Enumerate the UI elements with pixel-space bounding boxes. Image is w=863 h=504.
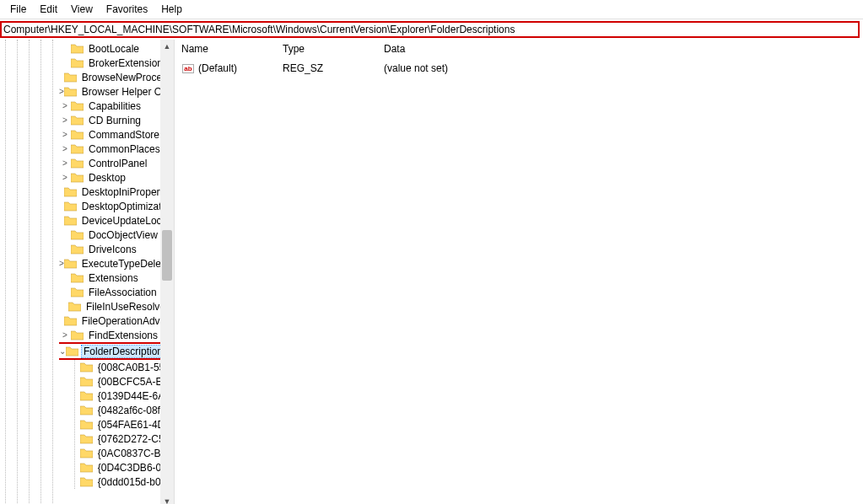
chevron-right-icon[interactable]: >: [59, 130, 71, 139]
tree-item[interactable]: >BrowseNewProcess: [59, 70, 174, 84]
value-row[interactable]: ab(Default)REG_SZ(value not set): [181, 59, 856, 74]
folder-icon: [71, 101, 84, 111]
menu-help[interactable]: Help: [154, 2, 189, 17]
chevron-right-icon[interactable]: >: [59, 158, 71, 168]
folder-icon: [80, 377, 93, 387]
tree-item-label: BrokerExtensions: [87, 57, 170, 69]
tree-item[interactable]: >CommandStore: [59, 127, 174, 142]
chevron-right-icon[interactable]: >: [59, 115, 71, 125]
values-header[interactable]: Name Type Data: [181, 43, 856, 59]
tree-item[interactable]: >CommonPlaces: [59, 142, 174, 156]
tree-item-label: FileInUseResolver: [84, 301, 170, 313]
tree-item-label: Extensions: [87, 272, 140, 284]
tree-item[interactable]: >{0AC0837C-BBF8-: [75, 446, 174, 460]
folder-icon: [64, 201, 77, 212]
folder-icon: [71, 330, 84, 340]
folder-icon: [64, 216, 77, 226]
folder-icon: [71, 230, 84, 240]
scroll-up-icon[interactable]: ▲: [160, 40, 174, 53]
col-data[interactable]: Data: [384, 43, 856, 55]
menu-view[interactable]: View: [64, 2, 100, 17]
tree-item[interactable]: ⌄FolderDescriptions: [59, 344, 155, 358]
folder-icon: [71, 158, 84, 169]
tree-item[interactable]: >DesktopIniPropertyM: [59, 185, 174, 199]
chevron-right-icon[interactable]: >: [59, 330, 71, 340]
tree-item-label: DocObjectView: [87, 229, 159, 241]
tree-item[interactable]: >{0482af6c-08f1-4c: [75, 403, 174, 417]
tree-item-label: ControlPanel: [87, 158, 148, 169]
folder-icon: [68, 302, 81, 312]
tree-item[interactable]: >BootLocale: [59, 41, 174, 56]
tree-item-label: CommandStore: [87, 129, 161, 141]
tree-item[interactable]: >DriveIcons: [59, 242, 174, 256]
folder-icon: [80, 463, 93, 473]
tree-item[interactable]: >FileOperationAdvise: [59, 314, 174, 328]
folder-icon: [80, 405, 93, 416]
tree-item[interactable]: >{054FAE61-4DD8-: [75, 417, 174, 432]
tree-item-label: BootLocale: [87, 43, 141, 55]
address-bar-highlight: Computer\HKEY_LOCAL_MACHINE\SOFTWARE\Mic…: [0, 21, 860, 38]
tree-scrollbar[interactable]: ▲ ▼: [160, 40, 174, 504]
tree-children: >{008CA0B1-55B4->{00BCFC5A-ED94>{0139D44…: [74, 360, 174, 489]
tree-item[interactable]: >Capabilities: [59, 99, 174, 113]
tree-item[interactable]: >{00BCFC5A-ED94: [75, 374, 174, 389]
tree-item[interactable]: >{0139D44E-6AFE-: [75, 389, 174, 403]
value-type: REG_SZ: [283, 62, 384, 74]
folder-icon: [80, 420, 93, 430]
tree-item[interactable]: >Desktop: [59, 170, 174, 185]
folder-icon: [64, 72, 77, 83]
tree-item[interactable]: >ExecuteTypeDelegate: [59, 256, 174, 271]
chevron-right-icon[interactable]: >: [59, 144, 71, 153]
col-type[interactable]: Type: [283, 43, 384, 55]
tree-item[interactable]: >FileInUseResolver: [59, 299, 174, 314]
string-value-icon: ab: [181, 62, 195, 74]
tree-item[interactable]: >Extensions: [59, 271, 174, 285]
tree-item[interactable]: >DeviceUpdateLocatio: [59, 213, 174, 228]
tree-item[interactable]: >{008CA0B1-55B4-: [75, 360, 174, 374]
address-bar[interactable]: Computer\HKEY_LOCAL_MACHINE\SOFTWARE\Mic…: [3, 24, 856, 35]
tree-item-label: DriveIcons: [87, 244, 138, 255]
values-panel: Name Type Data ab(Default)REG_SZ(value n…: [175, 40, 863, 504]
tree-item[interactable]: >{0762D272-C50A-: [75, 432, 174, 446]
folder-icon: [71, 287, 84, 298]
scroll-down-icon[interactable]: ▼: [160, 495, 174, 504]
col-name[interactable]: Name: [181, 43, 283, 55]
folder-icon: [80, 434, 93, 444]
tree-view[interactable]: >BootLocale>BrokerExtensions>BrowseNewPr…: [59, 40, 174, 504]
tree-item-label: CommonPlaces: [87, 143, 162, 155]
folder-icon: [80, 477, 93, 487]
tree-item[interactable]: >{0ddd015d-b06c-: [75, 475, 174, 489]
tree-item[interactable]: >Browser Helper Obje: [59, 84, 174, 99]
tree-item[interactable]: >DocObjectView: [59, 228, 174, 242]
tree-item[interactable]: >FileAssociation: [59, 285, 174, 299]
tree-ancestor-guides: [0, 40, 59, 504]
menu-favorites[interactable]: Favorites: [100, 2, 154, 17]
tree-item[interactable]: >CD Burning: [59, 113, 174, 127]
value-name-cell: ab(Default): [181, 62, 283, 74]
tree-item[interactable]: >DesktopOptimization: [59, 199, 174, 213]
folder-icon: [80, 362, 93, 373]
folder-icon: [71, 44, 84, 54]
folder-icon: [64, 87, 77, 97]
folder-icon: [71, 130, 84, 140]
folder-icon: [66, 346, 78, 357]
folder-icon: [64, 259, 77, 269]
scroll-track[interactable]: [160, 53, 174, 495]
scroll-thumb[interactable]: [162, 230, 172, 281]
chevron-down-icon[interactable]: ⌄: [59, 346, 66, 356]
value-data: (value not set): [384, 62, 856, 74]
folder-icon: [64, 316, 77, 326]
tree-item-label: CD Burning: [87, 115, 143, 126]
tree-item-label: FileAssociation: [87, 287, 159, 298]
menu-edit[interactable]: Edit: [33, 2, 64, 17]
chevron-right-icon[interactable]: >: [59, 101, 71, 110]
folder-icon: [71, 273, 84, 283]
menu-file[interactable]: File: [3, 2, 33, 17]
tree-item[interactable]: >BrokerExtensions: [59, 56, 174, 70]
tree-item[interactable]: >FindExtensions: [59, 328, 174, 342]
chevron-right-icon[interactable]: >: [59, 173, 71, 182]
folder-icon: [71, 58, 84, 68]
tree-item[interactable]: >{0D4C3DB6-03A3: [75, 460, 174, 475]
tree-item[interactable]: >ControlPanel: [59, 156, 174, 170]
main-panel: >BootLocale>BrokerExtensions>BrowseNewPr…: [0, 40, 863, 504]
